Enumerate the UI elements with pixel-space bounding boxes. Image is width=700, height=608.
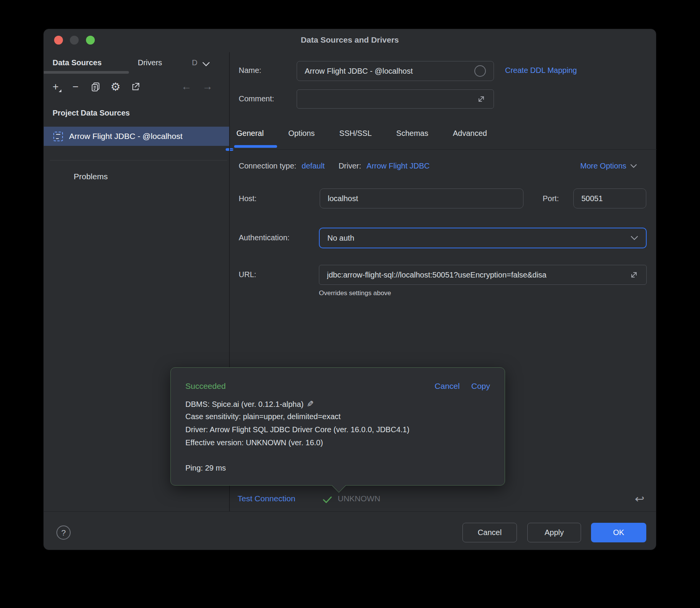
status-succeeded: Succeeded bbox=[185, 382, 226, 391]
host-label: Host: bbox=[239, 194, 257, 203]
datasource-name: Arrow Flight JDBC - @localhost bbox=[69, 132, 183, 141]
settings-gear-icon[interactable]: ⚙ bbox=[109, 80, 122, 93]
authentication-select[interactable]: No auth bbox=[319, 228, 647, 248]
help-icon[interactable]: ? bbox=[56, 525, 71, 540]
more-options-label: More Options bbox=[580, 162, 626, 170]
test-connection-popup: Succeeded Cancel Copy DBMS: Spice.ai (ve… bbox=[170, 367, 505, 486]
popup-notch bbox=[332, 479, 346, 493]
cancel-button[interactable]: Cancel bbox=[462, 523, 517, 542]
active-settings-tab-indicator bbox=[234, 145, 277, 148]
tab-overflow[interactable]: D bbox=[192, 58, 197, 67]
port-input[interactable]: 50051 bbox=[573, 188, 646, 208]
sidebar-divider bbox=[50, 160, 227, 160]
connection-type-label: Connection type: bbox=[239, 162, 296, 170]
tab-general[interactable]: General bbox=[234, 129, 266, 138]
port-value: 50051 bbox=[581, 194, 603, 203]
tab-advanced[interactable]: Advanced bbox=[451, 129, 489, 138]
datasource-list-item-selected[interactable]: Arrow Flight JDBC - @localhost bbox=[44, 127, 229, 146]
datasource-toolbar: + − ⚙ bbox=[49, 80, 142, 94]
comment-label: Comment: bbox=[239, 94, 274, 103]
active-tab-indicator bbox=[44, 71, 129, 74]
driver-value-link[interactable]: Arrow Flight JDBC bbox=[367, 162, 429, 170]
duplicate-icon[interactable] bbox=[89, 80, 102, 93]
authentication-label: Authentication: bbox=[239, 233, 289, 242]
settings-tabs: General Options SSH/SSL Schemas Advanced bbox=[234, 129, 489, 138]
url-input[interactable]: jdbc:arrow-flight-sql://localhost:50051?… bbox=[319, 265, 647, 285]
test-result-text: UNKNOWN bbox=[338, 494, 380, 503]
add-icon[interactable]: + bbox=[49, 80, 62, 93]
expand-icon[interactable] bbox=[477, 94, 486, 104]
driver-line: Driver: Arrow Flight SQL JDBC Driver Cor… bbox=[185, 425, 409, 434]
problems-link[interactable]: Problems bbox=[74, 172, 108, 181]
footer-divider bbox=[44, 511, 656, 512]
project-data-sources-heading: Project Data Sources bbox=[53, 109, 130, 117]
ping-line: Ping: 29 ms bbox=[185, 464, 226, 473]
expand-icon[interactable] bbox=[629, 270, 639, 279]
create-ddl-mapping-link[interactable]: Create DDL Mapping bbox=[505, 66, 577, 75]
dialog-title: Data Sources and Drivers bbox=[44, 35, 656, 45]
url-label: URL: bbox=[239, 270, 256, 279]
url-hint: Overrides settings above bbox=[319, 289, 391, 297]
loading-ring-icon bbox=[474, 65, 486, 77]
tab-data-sources[interactable]: Data Sources bbox=[53, 58, 102, 67]
connection-type-value[interactable]: default bbox=[302, 162, 325, 170]
ok-button[interactable]: OK bbox=[591, 523, 646, 542]
host-value: localhost bbox=[328, 194, 358, 203]
apply-button[interactable]: Apply bbox=[527, 523, 581, 542]
chevron-down-icon bbox=[631, 236, 638, 241]
tabs-divider bbox=[230, 149, 657, 150]
export-icon[interactable] bbox=[129, 80, 142, 93]
name-value: Arrow Flight JDBC - @localhost bbox=[305, 67, 413, 76]
comment-input[interactable] bbox=[297, 89, 494, 109]
port-label: Port: bbox=[543, 194, 559, 203]
case-sensitivity-line: Case sensitivity: plain=upper, delimited… bbox=[185, 412, 341, 421]
effective-version-line: Effective version: UNKNOWN (ver. 16.0) bbox=[185, 438, 323, 447]
more-options-link[interactable]: More Options bbox=[580, 162, 647, 170]
authentication-value: No auth bbox=[327, 234, 354, 243]
edit-pencil-icon[interactable]: ✎ bbox=[307, 399, 314, 409]
success-check-icon bbox=[322, 495, 333, 506]
popup-cancel-link[interactable]: Cancel bbox=[435, 382, 460, 391]
dbms-line: DBMS: Spice.ai (ver. 0.12.1-alpha) bbox=[185, 400, 304, 409]
connection-type-row: Connection type: default Driver: Arrow F… bbox=[239, 162, 430, 170]
forward-icon[interactable]: → bbox=[202, 81, 213, 93]
name-input[interactable]: Arrow Flight JDBC - @localhost bbox=[297, 61, 494, 81]
test-connection-link[interactable]: Test Connection bbox=[238, 494, 296, 503]
remove-icon[interactable]: − bbox=[69, 80, 82, 93]
host-input[interactable]: localhost bbox=[320, 188, 523, 208]
back-icon[interactable]: ← bbox=[181, 81, 192, 93]
tab-options[interactable]: Options bbox=[286, 129, 317, 138]
driver-icon bbox=[53, 132, 63, 141]
tab-drivers[interactable]: Drivers bbox=[138, 58, 162, 67]
tab-ssh-ssl[interactable]: SSH/SSL bbox=[337, 129, 374, 138]
revert-icon[interactable]: ↩ bbox=[635, 493, 644, 505]
url-value: jdbc:arrow-flight-sql://localhost:50051?… bbox=[327, 271, 546, 279]
chevron-down-icon[interactable] bbox=[202, 61, 210, 67]
data-sources-dialog: Data Sources and Drivers Data Sources Dr… bbox=[43, 29, 656, 550]
name-label: Name: bbox=[239, 66, 261, 75]
tab-schemas[interactable]: Schemas bbox=[394, 129, 431, 138]
popup-copy-link[interactable]: Copy bbox=[471, 382, 490, 391]
chevron-down-icon bbox=[630, 164, 637, 169]
add-dropdown-arrow bbox=[59, 89, 61, 92]
driver-label: Driver: bbox=[338, 162, 361, 170]
